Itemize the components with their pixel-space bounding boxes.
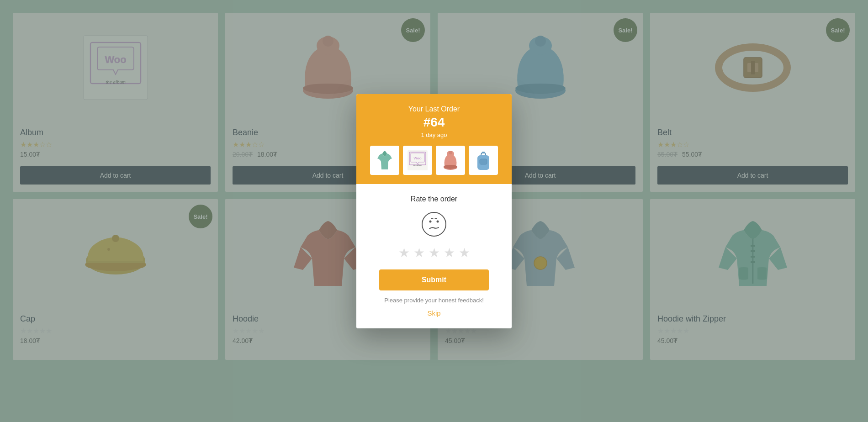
skip-link[interactable]: Skip <box>427 309 440 317</box>
star-1[interactable]: ★ <box>398 245 410 260</box>
star-4[interactable]: ★ <box>444 245 455 260</box>
submit-button[interactable]: Submit <box>379 269 489 290</box>
modal-overlay[interactable]: Your Last Order #64 1 day ago <box>0 0 868 422</box>
svg-text:the album: the album <box>413 164 422 166</box>
svg-rect-32 <box>482 152 485 153</box>
rating-stars[interactable]: ★ ★ ★ ★ ★ <box>365 245 503 260</box>
modal-body: Rate the order ★ ★ ★ <box>356 184 512 328</box>
smiley-icon <box>420 211 448 238</box>
thumbnail-4 <box>469 146 498 175</box>
rate-order-label: Rate the order <box>365 195 503 203</box>
svg-point-34 <box>429 220 432 222</box>
svg-rect-31 <box>480 159 487 164</box>
star-3[interactable]: ★ <box>429 245 440 260</box>
svg-point-35 <box>437 220 439 222</box>
star-5[interactable]: ★ <box>459 245 470 260</box>
svg-point-29 <box>449 151 452 154</box>
modal-time-ago: 1 day ago <box>365 132 503 138</box>
modal-header: Your Last Order #64 1 day ago <box>356 94 512 184</box>
order-rating-modal: Your Last Order #64 1 day ago <box>356 94 512 328</box>
modal-order-number: #64 <box>365 115 503 130</box>
star-2[interactable]: ★ <box>413 245 425 260</box>
svg-point-33 <box>422 212 446 236</box>
thumbnail-2: Woo the album <box>403 146 432 175</box>
modal-thumbnails: Woo the album <box>365 146 503 175</box>
svg-text:Woo: Woo <box>413 156 421 160</box>
thumbnail-3 <box>436 146 465 175</box>
feedback-note: Please provide your honest feedback! <box>365 297 503 304</box>
thumbnail-1 <box>370 146 399 175</box>
modal-title: Your Last Order <box>365 105 503 113</box>
